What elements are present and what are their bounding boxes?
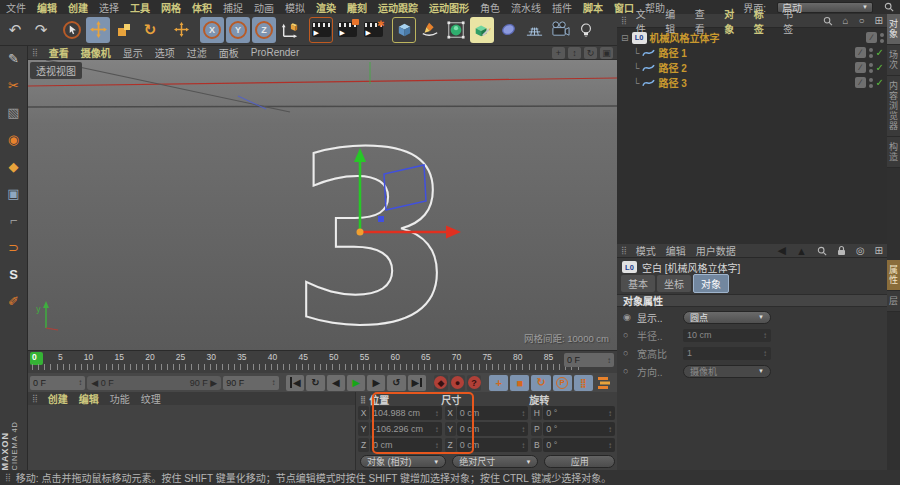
menu-tools[interactable]: 工具 [130,0,150,15]
preview-range-slider[interactable]: ◀ 0 F90 F ▶ [87,376,221,390]
cube-stack-icon[interactable]: ▣ [3,183,25,203]
visibility-dots[interactable] [869,48,873,58]
history-back-icon[interactable]: ◀ [778,244,786,257]
vp-menu-filter[interactable]: 过滤 [187,45,207,60]
position-z-field[interactable]: 0 cm↕ [370,438,442,452]
pen-spline-button[interactable] [418,17,442,43]
stepper-icon[interactable]: ↕ [435,425,439,434]
menu-file[interactable]: 文件 [6,0,26,15]
coord-mode-dropdown[interactable]: 对象 (相对)▼ [360,455,446,468]
menu-plugins[interactable]: 插件 [552,0,572,15]
panel-handle-icon[interactable]: ⣿ [621,246,626,255]
menu-motion-tracker[interactable]: 运动跟踪 [378,0,418,15]
size-z-field[interactable]: 0 cm↕ [457,438,529,452]
key-scale-toggle[interactable]: ■ [510,375,529,391]
zoom-view-icon[interactable]: ↕ [568,47,581,59]
lock-icon[interactable] [837,245,846,256]
position-y-field[interactable]: -106.296 cm↕ [370,422,442,436]
deformer-button[interactable] [496,17,520,43]
visibility-dots[interactable] [869,63,873,73]
cube-primitive-button[interactable] [392,17,416,43]
current-frame-field[interactable]: 0 F↕ [30,376,85,390]
edit-toggle-icon[interactable]: ∕ [855,47,866,58]
scale-button[interactable] [112,17,136,43]
object-name[interactable]: 路径 1 [658,45,686,60]
key-pla-toggle[interactable]: ⣿ [574,375,593,391]
timeline-ruler[interactable]: 051015202530354045505560657075808590 0 F… [28,350,617,373]
stepper-icon[interactable]: ↕ [608,425,612,434]
mat-menu-create[interactable]: 创建 [48,391,68,406]
menu-sculpt[interactable]: 雕刻 [347,0,367,15]
object-row-path2[interactable]: └ 路径 2 ∕✓ [617,60,887,75]
panel-handle-icon[interactable]: ⣿ [32,48,37,57]
play-backwards-button[interactable]: ↻ [306,375,324,391]
corner-tool-icon[interactable]: ⌐ [3,210,25,230]
live-selection-button[interactable] [60,17,84,43]
stepper-icon[interactable]: ↕ [608,441,612,450]
perspective-viewport[interactable]: 透视视图 3 y 网格间距: 1000 [28,60,617,350]
material-diamond-icon[interactable]: ◆ [3,156,25,176]
radio-icon[interactable]: ◉ [623,312,633,322]
object-name[interactable]: 路径 2 [658,60,686,75]
cube-tool-icon[interactable]: ▧ [3,102,25,122]
am-menu-edit[interactable]: 编辑 [666,243,686,258]
y-axis-lock-button[interactable]: Y [226,17,250,43]
menu-mesh[interactable]: 网格 [161,0,181,15]
z-axis-lock-button[interactable]: Z [252,17,276,43]
menu-snap[interactable]: 捕捉 [223,0,243,15]
om-menu-tags[interactable]: 标签 [754,6,773,36]
am-menu-userdata[interactable]: 用户数据 [696,243,736,258]
enabled-check-icon[interactable]: ✓ [876,77,884,88]
coord-size-dropdown[interactable]: 绝对尺寸▼ [452,455,538,468]
home-icon[interactable]: ⌂ [843,15,849,26]
menu-select[interactable]: 选择 [99,0,119,15]
make-editable-button[interactable] [444,17,468,43]
undo-button[interactable]: ↶ [3,17,27,43]
rotation-p-field[interactable]: 0 °↕ [543,422,615,436]
snap-tool-icon[interactable]: S [3,264,25,284]
panel-handle-icon[interactable]: ⣿ [360,395,365,404]
view-label[interactable]: 透视视图 [30,62,82,79]
mat-menu-texture[interactable]: 纹理 [141,391,161,406]
menu-pipeline[interactable]: 流水线 [511,0,541,15]
tab-basic[interactable]: 基本 [621,275,655,292]
brush-tool-icon[interactable]: ✐ [3,291,25,311]
rotate-view-icon[interactable]: ↻ [584,47,597,59]
menu-volume[interactable]: 体积 [192,0,212,15]
menu-window[interactable]: 窗口 [614,0,634,15]
panel-handle-icon[interactable]: ⣿ [32,394,37,403]
apply-button[interactable]: 应用 [544,455,615,468]
end-frame-field[interactable]: 90 F↕ [223,376,278,390]
om-menu-objects[interactable]: 对象 [724,6,743,36]
coordinate-system-button[interactable] [278,17,302,43]
hook-tool-icon[interactable]: ⊃ [3,237,25,257]
object-row-path3[interactable]: └ 路径 3 ∕✓ [617,75,887,90]
rotation-b-field[interactable]: 0 °↕ [543,438,615,452]
redo-button[interactable]: ↷ [29,17,53,43]
path-bar-icon[interactable]: ○ [859,15,865,26]
target-icon[interactable]: ◎ [856,245,865,256]
move-button[interactable] [86,17,110,43]
search-icon[interactable] [817,246,827,256]
stepper-icon[interactable]: ↕ [521,425,525,434]
key-rotation-toggle[interactable]: ↻ [531,375,550,391]
goto-start-button[interactable]: ◀ [286,375,304,391]
visibility-dots[interactable] [869,78,873,88]
stepper-icon[interactable]: ↕ [521,441,525,450]
render-view-button[interactable]: ▶ [309,17,333,43]
autokeying-button[interactable]: ● [450,375,465,391]
om-menu-bookmarks[interactable]: 书签 [783,6,802,36]
record-keyframe-button[interactable]: ◆ [434,375,449,391]
knife-tool-icon[interactable]: ✂ [3,75,25,95]
play-mode-button[interactable]: ↺ [387,375,405,391]
menu-create[interactable]: 创建 [68,0,88,15]
menu-character[interactable]: 角色 [480,0,500,15]
history-up-icon[interactable]: ▲ [796,245,807,257]
orientation-dropdown[interactable]: 摄像机▼ [683,365,771,378]
edit-toggle-icon[interactable]: ∕ [866,32,877,43]
stepper-icon[interactable]: ↕ [608,409,612,418]
render-settings-button[interactable]: ▶✱ [361,17,385,43]
menu-simulate[interactable]: 模拟 [285,0,305,15]
stepper-icon[interactable]: ↕ [763,349,767,358]
pan-view-icon[interactable]: + [552,47,565,59]
